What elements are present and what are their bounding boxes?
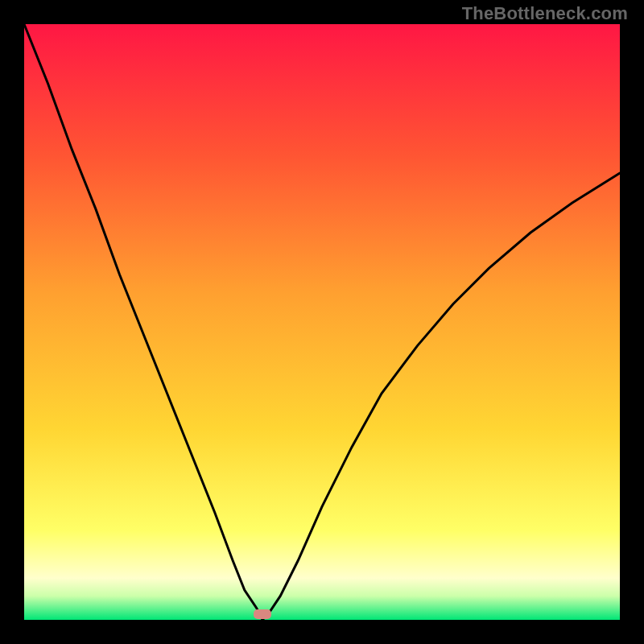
chart-frame: TheBottleneck.com [0,0,644,644]
bottleneck-curve-plot [0,0,644,644]
watermark-text: TheBottleneck.com [462,3,628,24]
gradient-plot-area [24,24,620,620]
optimum-marker [254,609,271,619]
